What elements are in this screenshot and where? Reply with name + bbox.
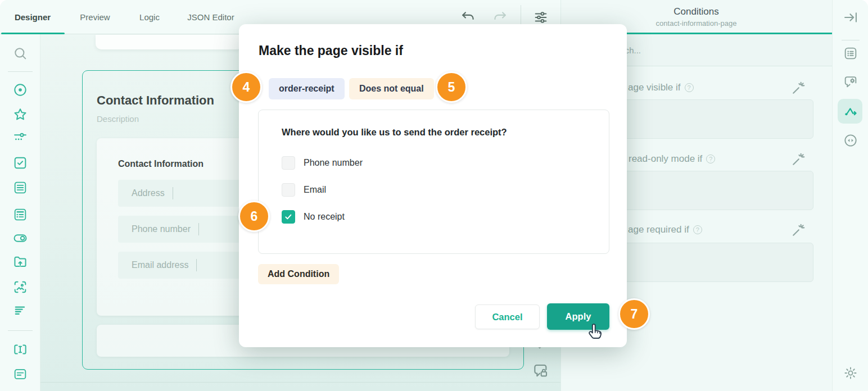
- option-label: No receipt: [304, 212, 345, 222]
- annotation-badge-5: 5: [436, 71, 467, 103]
- email-placeholder: Email address: [132, 260, 188, 270]
- text-caret: [198, 223, 199, 235]
- question-help-icon[interactable]: ?: [706, 154, 715, 163]
- rating-star-icon[interactable]: [12, 107, 28, 122]
- matrix-dropdown-icon[interactable]: [12, 207, 28, 222]
- bubble-gear-icon[interactable]: [843, 74, 858, 90]
- checkbox-icon[interactable]: [12, 155, 28, 171]
- checkbox-checked-icon[interactable]: [282, 210, 295, 224]
- option-label: Email: [304, 185, 326, 195]
- hand-cursor-icon: [587, 322, 605, 343]
- question-title[interactable]: Contact Information: [118, 159, 204, 169]
- cancel-button[interactable]: Cancel: [475, 304, 540, 329]
- canvas-footer-divider: [40, 382, 560, 383]
- condition-question-text: Where would you like us to send the orde…: [282, 127, 507, 138]
- form-list-icon[interactable]: [843, 46, 858, 61]
- property-label-text: age required if: [628, 224, 689, 235]
- condition-operator-dropdown[interactable]: Does not equal: [349, 78, 434, 99]
- redo-icon[interactable]: [492, 10, 508, 25]
- toggle-icon[interactable]: [12, 230, 28, 246]
- file-upload-icon[interactable]: [12, 254, 28, 270]
- magic-wand-icon[interactable]: [790, 222, 806, 238]
- ranking-icon[interactable]: [12, 303, 28, 319]
- dropdown-icon[interactable]: [12, 130, 28, 146]
- text-caret: [173, 187, 173, 199]
- gear-icon[interactable]: [843, 365, 858, 381]
- panel-title: Conditions: [560, 6, 832, 17]
- collapse-right-icon[interactable]: [843, 10, 858, 25]
- single-line-text-icon[interactable]: [12, 342, 28, 357]
- annotation-badge-6: 6: [238, 201, 270, 232]
- tab-logic[interactable]: Logic: [125, 0, 174, 34]
- strip-divider: [842, 40, 860, 40]
- option-phone-number[interactable]: Phone number: [282, 156, 363, 170]
- radiogroup-icon[interactable]: [12, 82, 28, 98]
- option-label: Phone number: [304, 158, 363, 168]
- magic-wand-icon[interactable]: [790, 152, 806, 167]
- text-caret: [196, 259, 197, 271]
- toolbox-divider: [8, 330, 33, 331]
- question-help-icon[interactable]: ?: [685, 83, 694, 92]
- search-icon[interactable]: [12, 46, 28, 61]
- address-placeholder: Address: [132, 188, 165, 198]
- condition-question-dropdown[interactable]: order-receipt: [269, 78, 345, 99]
- magic-wand-icon[interactable]: [790, 80, 806, 96]
- property-label-required-if: age required if ?: [628, 224, 702, 235]
- survey-creator-app: Designer Preview Logic JSON Editor: [0, 0, 868, 391]
- settings-sliders-icon[interactable]: [533, 10, 549, 25]
- media-circle-icon[interactable]: [843, 133, 858, 148]
- annotation-badge-7: 7: [618, 298, 650, 330]
- scrolled-element-edge: [96, 35, 243, 49]
- undo-icon[interactable]: [460, 10, 476, 25]
- question-help-icon[interactable]: ?: [693, 225, 702, 234]
- image-picker-icon[interactable]: [12, 279, 28, 295]
- property-label-text: age visible if: [628, 82, 681, 93]
- tab-json-editor[interactable]: JSON Editor: [174, 0, 247, 34]
- conditions-flow-icon[interactable]: [843, 103, 858, 119]
- property-label-text: read-only mode if: [629, 153, 702, 165]
- property-label-visible-if: age visible if ?: [628, 82, 694, 93]
- tab-preview[interactable]: Preview: [65, 0, 125, 34]
- option-no-receipt[interactable]: No receipt: [282, 210, 345, 224]
- page-title[interactable]: Contact Information: [97, 93, 214, 108]
- checkbox-icon[interactable]: [282, 156, 295, 170]
- long-text-icon[interactable]: [12, 366, 28, 382]
- checkbox-icon[interactable]: [282, 183, 295, 197]
- bubble-lock-icon[interactable]: [532, 361, 550, 380]
- annotation-badge-4: 4: [230, 71, 262, 103]
- page-description[interactable]: Description: [97, 114, 139, 124]
- matrix-icon[interactable]: [12, 180, 28, 196]
- modal-title: Make the page visible if: [259, 43, 403, 58]
- condition-editor-modal: Make the page visible if order-receipt D…: [239, 24, 627, 347]
- toolbox-divider: [8, 71, 33, 72]
- option-email[interactable]: Email: [282, 183, 326, 197]
- property-label-readonly-if: read-only mode if ?: [629, 153, 715, 165]
- phone-placeholder: Phone number: [132, 224, 191, 234]
- condition-value-panel: Where would you like us to send the orde…: [258, 110, 609, 254]
- add-condition-button[interactable]: Add Condition: [258, 264, 339, 284]
- tab-designer[interactable]: Designer: [0, 0, 65, 34]
